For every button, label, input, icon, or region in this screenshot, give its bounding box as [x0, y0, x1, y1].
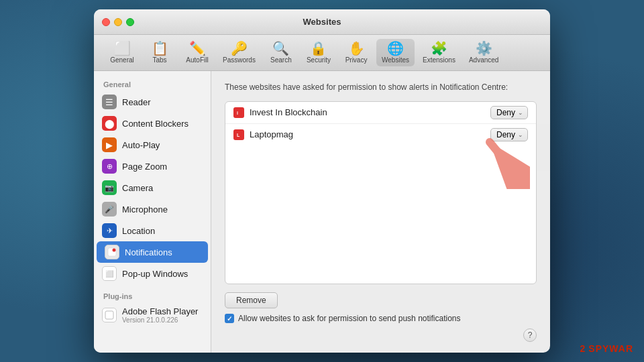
general-icon: ⬜: [114, 42, 131, 55]
detail-description: These websites have asked for permission…: [225, 82, 537, 93]
sidebar-item-popup-windows[interactable]: ⬜ Pop-up Windows: [94, 263, 211, 284]
sidebar-item-adobe-flash[interactable]: Adobe Flash Player Version 21.0.0.226: [94, 303, 211, 327]
svg-point-1: [113, 249, 116, 252]
toolbar-label-passwords: Passwords: [223, 56, 256, 64]
sidebar-label-reader: Reader: [122, 97, 151, 107]
camera-icon: 📷: [102, 180, 117, 195]
bottom-controls: Remove Allow websites to ask for permiss…: [225, 292, 537, 342]
sidebar-label-content-blockers: Content Blockers: [122, 119, 189, 129]
toolbar-label-advanced: Advanced: [469, 56, 498, 64]
toolbar-label-security: Security: [307, 56, 331, 64]
website-favicon-laptopmag: L: [233, 129, 244, 140]
toolbar-item-security[interactable]: 🔒 Security: [301, 39, 336, 66]
svg-text:L: L: [237, 133, 240, 137]
toolbar-item-general[interactable]: ⬜ General: [105, 39, 140, 66]
sidebar-item-auto-play[interactable]: ▶ Auto-Play: [94, 134, 211, 156]
help-button[interactable]: ?: [523, 328, 537, 342]
toolbar-label-websites: Websites: [382, 56, 409, 64]
detail-inner: These websites have asked for permission…: [225, 82, 537, 342]
toolbar-label-autofill: AutoFill: [186, 56, 208, 64]
toolbar-label-extensions: Extensions: [423, 56, 455, 64]
website-name-invest: Invest In Blockchain: [250, 107, 485, 117]
autofill-icon: ✏️: [189, 42, 206, 55]
extensions-icon: 🧩: [431, 42, 447, 55]
dropdown-arrow-laptopmag: ⌄: [518, 131, 523, 138]
sidebar-item-content-blockers[interactable]: ⬤ Content Blockers: [94, 113, 211, 134]
website-permission-invest[interactable]: Deny ⌄: [490, 106, 528, 119]
reader-icon: ☰: [102, 95, 117, 109]
tabs-icon: 📋: [152, 42, 168, 55]
sidebar-item-microphone[interactable]: 🎤 Microphone: [94, 198, 211, 220]
sidebar: General ☰ Reader ⬤ Content Blockers ▶ Au…: [94, 71, 211, 353]
sidebar-label-location: Location: [122, 226, 155, 236]
toolbar-item-tabs[interactable]: 📋 Tabs: [142, 39, 177, 66]
toolbar-item-advanced[interactable]: ⚙️ Advanced: [464, 39, 504, 66]
website-permission-laptopmag[interactable]: Deny ⌄: [490, 128, 528, 141]
permission-value-laptopmag: Deny: [496, 130, 515, 139]
website-list-box: i Invest In Blockchain Deny ⌄ L Laptopma…: [225, 101, 537, 284]
allow-notifications-label: Allow websites to ask for permission to …: [238, 314, 461, 323]
title-bar: Websites: [94, 9, 550, 35]
sidebar-label-popup-windows: Pop-up Windows: [122, 269, 188, 279]
content-blockers-icon: ⬤: [102, 116, 117, 131]
minimize-button[interactable]: [114, 18, 122, 26]
remove-button[interactable]: Remove: [225, 292, 278, 308]
watermark-num: 2: [580, 343, 586, 354]
sidebar-label-camera: Camera: [122, 183, 153, 193]
page-zoom-icon: ⊕: [102, 159, 117, 174]
toolbar-item-autofill[interactable]: ✏️ AutoFill: [180, 39, 215, 66]
popup-icon: ⬜: [102, 266, 117, 281]
traffic-lights: [102, 18, 134, 26]
close-button[interactable]: [102, 18, 110, 26]
toolbar-item-extensions[interactable]: 🧩 Extensions: [417, 39, 461, 66]
maximize-button[interactable]: [126, 18, 134, 26]
websites-icon: 🌐: [387, 42, 404, 55]
sidebar-label-adobe-flash: Adobe Flash Player: [122, 306, 198, 316]
detail-pane: These websites have asked for permission…: [211, 71, 550, 353]
allow-notifications-checkbox[interactable]: [225, 314, 234, 323]
privacy-icon: ✋: [348, 42, 365, 55]
notifications-icon: [105, 245, 119, 259]
location-icon: ✈: [102, 223, 117, 238]
main-content: General ☰ Reader ⬤ Content Blockers ▶ Au…: [94, 71, 550, 353]
sidebar-label-auto-play: Auto-Play: [122, 140, 160, 150]
auto-play-icon: ▶: [102, 137, 117, 152]
sidebar-plugins-label: Plug-ins: [94, 290, 211, 303]
adobe-flash-sublabel: Version 21.0.0.226: [122, 316, 198, 324]
sidebar-general-label: General: [94, 78, 211, 91]
table-row: i Invest In Blockchain Deny ⌄: [225, 102, 536, 124]
toolbar-item-search[interactable]: 🔍 Search: [264, 39, 299, 66]
toolbar-label-search: Search: [270, 56, 292, 64]
window-title: Websites: [303, 17, 341, 27]
toolbar-item-passwords[interactable]: 🔑 Passwords: [217, 39, 261, 66]
search-icon: 🔍: [272, 42, 289, 55]
sidebar-item-location[interactable]: ✈ Location: [94, 220, 211, 241]
toolbar-item-privacy[interactable]: ✋ Privacy: [339, 39, 374, 66]
adobe-flash-icon: [102, 308, 117, 322]
toolbar-label-privacy: Privacy: [345, 56, 368, 64]
toolbar: ⬜ General 📋 Tabs ✏️ AutoFill 🔑 Passwords…: [94, 35, 550, 71]
toolbar-item-websites[interactable]: 🌐 Websites: [376, 39, 415, 66]
svg-rect-2: [105, 311, 113, 319]
toolbar-label-general: General: [110, 56, 134, 64]
svg-text:i: i: [237, 111, 238, 115]
advanced-icon: ⚙️: [476, 42, 492, 55]
microphone-icon: 🎤: [102, 202, 117, 217]
sidebar-item-camera[interactable]: 📷 Camera: [94, 177, 211, 198]
sidebar-label-notifications: Notifications: [125, 247, 172, 257]
sidebar-item-reader[interactable]: ☰ Reader: [94, 91, 211, 113]
permission-value-invest: Deny: [496, 108, 515, 117]
website-name-laptopmag: Laptopmag: [250, 129, 485, 139]
watermark: 2SPYWAR: [580, 343, 633, 354]
sidebar-item-notifications[interactable]: Notifications: [97, 241, 208, 263]
sidebar-item-page-zoom[interactable]: ⊕ Page Zoom: [94, 156, 211, 177]
dropdown-arrow-invest: ⌄: [518, 109, 523, 116]
security-icon: 🔒: [310, 42, 327, 55]
table-row: L Laptopmag Deny ⌄: [225, 124, 536, 145]
website-favicon-invest: i: [233, 107, 244, 118]
sidebar-label-microphone: Microphone: [122, 204, 168, 215]
passwords-icon: 🔑: [231, 42, 248, 55]
toolbar-label-tabs: Tabs: [152, 56, 166, 64]
main-window: Websites ⬜ General 📋 Tabs ✏️ AutoFill 🔑 …: [94, 9, 550, 353]
allow-notifications-row: Allow websites to ask for permission to …: [225, 314, 537, 323]
